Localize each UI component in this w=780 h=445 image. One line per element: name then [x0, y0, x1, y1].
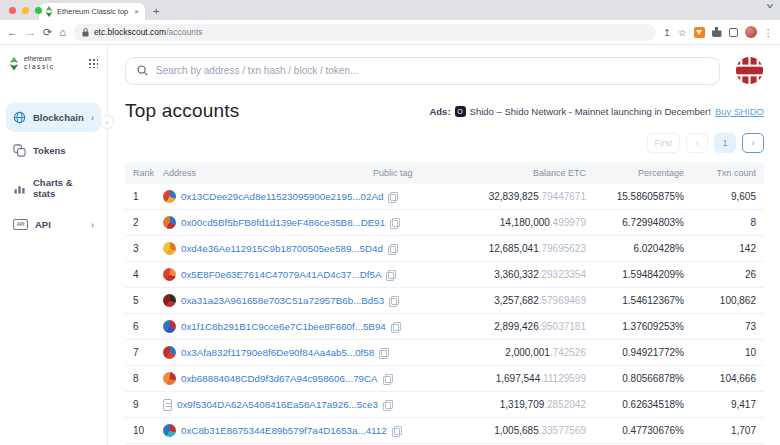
percentage-cell: 0.94921772% [586, 347, 684, 358]
chevron-right-icon: › [91, 220, 94, 230]
chevron-right-icon: › [91, 113, 94, 123]
url-bar[interactable]: etc.blockscout.com/accounts [73, 24, 656, 41]
forward-icon[interactable]: → [25, 26, 36, 38]
back-icon[interactable]: ← [7, 26, 18, 38]
rank-cell: 7 [133, 347, 163, 358]
sidebar-item-api[interactable]: API API › [6, 211, 101, 238]
copy-icon[interactable] [391, 322, 400, 332]
percentage-cell: 1.37609253% [586, 321, 684, 332]
copy-icon[interactable] [388, 192, 397, 202]
txn-count-cell: 73 [684, 321, 756, 332]
tab-title: Ethereum Classic top account [57, 7, 130, 16]
sidebar-item-charts-stats[interactable]: Charts & stats [6, 169, 101, 207]
pagination-next-button[interactable]: › [742, 133, 764, 153]
percentage-cell: 6.020428% [586, 243, 684, 254]
copy-icon[interactable] [390, 218, 399, 228]
browser-toolbar: ← → ⟳ ⌂ etc.blockscout.com/accounts ↥ ☆ … [0, 20, 780, 45]
copy-icon[interactable] [388, 244, 397, 254]
sidebar-item-label: API [35, 219, 51, 230]
copy-icon[interactable] [383, 400, 392, 410]
sidebar-item-tokens[interactable]: Tokens [6, 136, 101, 165]
extensions-puzzle-icon[interactable] [712, 27, 722, 37]
address-identicon [163, 424, 176, 437]
address-cell: 0x5E8F0e63E7614C47079A41AD4c37...Df5A [163, 268, 373, 281]
rank-cell: 2 [133, 217, 163, 228]
apps-grid-icon[interactable] [88, 58, 98, 68]
address-link[interactable]: 0xb68884048CDd9f3d67A94c958606...79CA [181, 373, 378, 384]
address-link[interactable]: 0xa31a23A961658e703C51a72957B6b...Bd53 [181, 295, 384, 306]
bar-chart-icon [13, 182, 26, 195]
copy-icon[interactable] [386, 270, 395, 280]
percentage-cell: 6.72994803% [586, 217, 684, 228]
reload-icon[interactable]: ⟳ [43, 26, 52, 39]
balance-cell: 12,685,041.79695623 [446, 243, 586, 254]
profile-avatar[interactable] [745, 26, 757, 38]
home-icon[interactable]: ⌂ [59, 26, 66, 38]
rank-cell: 9 [133, 399, 163, 410]
copy-icon[interactable] [389, 296, 398, 306]
table-row: 4 0x5E8F0e63E7614C47079A41AD4c37...Df5A … [125, 262, 764, 288]
address-link[interactable]: 0xC8b31E8675344E89b579f7a4D1653a...4112 [181, 425, 387, 436]
url-host: etc.blockscout.com [94, 27, 166, 37]
table-row: 8 0xb68884048CDd9f3d67A94c958606...79CA … [125, 366, 764, 392]
search-input[interactable]: Search by address / txn hash / block / t… [125, 57, 720, 85]
address-link[interactable]: 0x13CDee29cAd8e11523095900e2195...02Ad [181, 191, 383, 202]
txn-count-cell: 9,417 [684, 399, 756, 410]
address-cell: 0x00cd5Bf5bFB8fd1d139eF486ce35B8...DE91 [163, 216, 373, 229]
copy-icon[interactable] [383, 374, 392, 384]
txn-count-cell: 26 [684, 269, 756, 280]
header-balance: Balance ETC [446, 168, 586, 178]
pagination-prev-button[interactable]: ‹ [686, 133, 708, 153]
copy-icon[interactable] [392, 426, 401, 436]
address-link[interactable]: 0x1f1C8b291B1C9cce6e7C1bee8F660f...5B94 [181, 321, 386, 332]
lock-icon [82, 28, 89, 37]
percentage-cell: 15.58605875% [586, 191, 684, 202]
address-link[interactable]: 0x5E8F0e63E7614C47079A41AD4c37...Df5A [181, 269, 381, 280]
address-identicon [163, 294, 176, 307]
api-icon: API [13, 219, 28, 230]
address-cell: 0xd4e36Ae112915C9b18700505ee589...5D4d [163, 242, 373, 255]
address-link[interactable]: 0x3Afa832f11790e8f6De90f84Aa4ab5...0f58 [181, 347, 374, 358]
sidebar-menu: Blockchain › Tokens Charts & stats [0, 103, 107, 238]
sidebar: ethereum classic ‹ Blockchain › [0, 45, 108, 445]
sidebar-item-blockchain[interactable]: Blockchain › [6, 103, 101, 132]
metamask-extension-icon[interactable] [694, 27, 705, 38]
pagination: First ‹ 1 › [125, 133, 764, 153]
maximize-window-button[interactable] [35, 7, 42, 14]
table-row: 10 0xC8b31E8675344E89b579f7a4D1653a...41… [125, 418, 764, 444]
minimize-window-button[interactable] [22, 7, 29, 14]
balance-cell: 32,839,825.79447671 [446, 191, 586, 202]
copy-icon[interactable] [379, 348, 388, 358]
search-placeholder: Search by address / txn hash / block / t… [156, 65, 358, 76]
table-body: 1 0x13CDee29cAd8e11523095900e2195...02Ad… [125, 184, 764, 445]
share-icon[interactable]: ↥ [663, 27, 671, 38]
page-title: Top accounts [125, 100, 239, 122]
buy-shido-link[interactable]: Buy SHIDO [715, 106, 764, 117]
address-link[interactable]: 0x9f5304DA62A5408416Ea58A17a926...5ce3 [177, 399, 378, 410]
shido-ad-icon: O [455, 106, 466, 117]
tab-close-icon[interactable]: × [134, 7, 139, 16]
coins-icon [13, 144, 26, 157]
address-cell: 0x3Afa832f11790e8f6De90f84Aa4ab5...0f58 [163, 346, 373, 359]
ads-label: Ads: [429, 106, 450, 117]
address-link[interactable]: 0xd4e36Ae112915C9b18700505ee589...5D4d [181, 243, 383, 254]
close-window-button[interactable] [9, 7, 16, 14]
browser-menu-icon[interactable]: ⋮ [764, 27, 774, 38]
table-row: 9 0x9f5304DA62A5408416Ea58A17a926...5ce3… [125, 392, 764, 418]
table-header-row: Rank Address Public tag Balance ETC Perc… [125, 162, 764, 184]
contract-icon [163, 399, 172, 411]
bookmark-star-icon[interactable]: ☆ [678, 27, 687, 38]
side-panel-icon[interactable] [729, 28, 738, 37]
site-logo-row[interactable]: ethereum classic [0, 55, 107, 71]
txn-count-cell: 104,666 [684, 373, 756, 384]
globe-icon [13, 111, 26, 124]
address-link[interactable]: 0x00cd5Bf5bFB8fd1d139eF486ce35B8...DE91 [181, 217, 385, 228]
chevron-down-icon[interactable]: v [767, 1, 773, 10]
address-identicon [163, 372, 176, 385]
sidebar-collapse-button[interactable]: ‹ [100, 115, 114, 129]
window-controls[interactable] [9, 7, 42, 14]
pagination-first-button[interactable]: First [647, 133, 681, 153]
browser-tab[interactable]: Ethereum Classic top account × [39, 3, 145, 20]
new-tab-button[interactable]: + [153, 3, 159, 20]
search-icon [137, 65, 148, 76]
